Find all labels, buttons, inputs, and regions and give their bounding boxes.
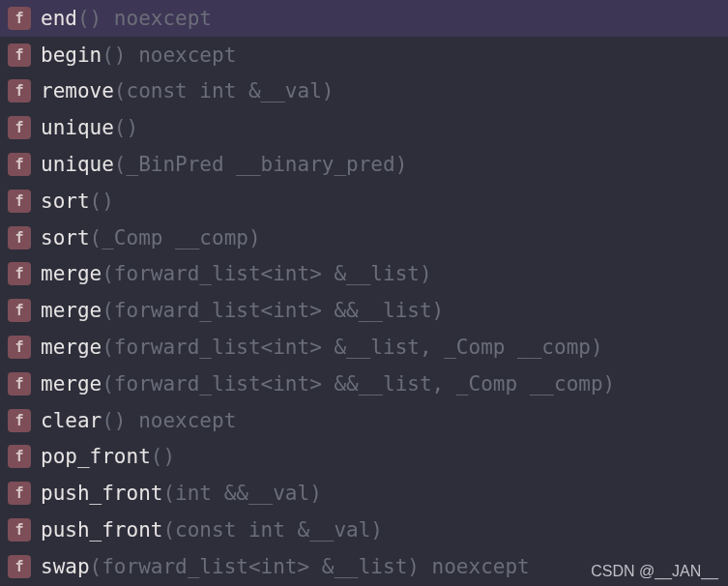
- function-icon: f: [8, 44, 31, 67]
- method-signature: () noexcept: [102, 409, 236, 432]
- completion-list: fend() noexceptfbegin() noexceptfremove(…: [0, 0, 728, 585]
- watermark-text: CSDN @__JAN__: [591, 563, 718, 580]
- function-icon: f: [8, 79, 31, 103]
- completion-item[interactable]: funique(_BinPred __binary_pred): [0, 146, 728, 183]
- method-signature: (forward_list<int> &__list, _Comp __comp…: [102, 336, 602, 359]
- completion-item[interactable]: fmerge(forward_list<int> &__list, _Comp …: [0, 329, 728, 366]
- icon-letter: f: [15, 82, 23, 100]
- method-name: merge: [41, 372, 102, 396]
- method-signature: (forward_list<int> &__list) noexcept: [90, 555, 530, 578]
- method-signature: (forward_list<int> &__list): [102, 262, 431, 285]
- method-signature: (forward_list<int> &&__list, _Comp __com…: [102, 372, 615, 396]
- icon-letter: f: [15, 156, 23, 173]
- method-name: merge: [41, 336, 102, 359]
- method-signature: () noexcept: [77, 7, 212, 30]
- function-icon: f: [8, 7, 31, 30]
- method-name: end: [41, 7, 77, 30]
- icon-letter: f: [15, 484, 23, 502]
- method-signature: (_BinPred __binary_pred): [114, 153, 407, 176]
- method-signature: (const int &__val): [162, 518, 383, 542]
- method-name: unique: [41, 116, 114, 139]
- method-name: unique: [41, 153, 114, 176]
- icon-letter: f: [15, 558, 23, 575]
- method-name: merge: [41, 262, 102, 285]
- method-signature: (forward_list<int> &&__list): [102, 299, 444, 322]
- icon-letter: f: [15, 375, 23, 393]
- icon-letter: f: [15, 302, 23, 319]
- method-name: swap: [41, 555, 90, 578]
- method-name: clear: [41, 409, 102, 432]
- method-signature: (): [151, 445, 175, 468]
- function-icon: f: [8, 116, 31, 139]
- method-signature: (_Comp __comp): [90, 226, 261, 249]
- function-icon: f: [8, 226, 31, 249]
- method-name: sort: [41, 190, 90, 213]
- icon-letter: f: [15, 521, 23, 539]
- completion-item[interactable]: funique(): [0, 109, 728, 146]
- completion-item[interactable]: fsort(): [0, 183, 728, 220]
- method-name: pop_front: [41, 445, 151, 468]
- function-icon: f: [8, 190, 31, 213]
- icon-letter: f: [15, 448, 23, 465]
- completion-item[interactable]: fmerge(forward_list<int> &&__list): [0, 292, 728, 329]
- method-signature: () noexcept: [102, 44, 236, 67]
- function-icon: f: [8, 336, 31, 359]
- method-name: begin: [41, 44, 102, 67]
- function-icon: f: [8, 555, 31, 578]
- method-name: merge: [41, 299, 102, 322]
- icon-letter: f: [15, 229, 23, 247]
- completion-item[interactable]: fend() noexcept: [0, 0, 728, 37]
- method-name: push_front: [41, 518, 162, 542]
- completion-item[interactable]: fbegin() noexcept: [0, 37, 728, 73]
- completion-item[interactable]: fpush_front(const int &__val): [0, 512, 728, 548]
- completion-item[interactable]: fmerge(forward_list<int> &__list): [0, 256, 728, 293]
- method-name: push_front: [41, 482, 162, 505]
- function-icon: f: [8, 153, 31, 176]
- completion-item[interactable]: fremove(const int &__val): [0, 73, 728, 110]
- function-icon: f: [8, 445, 31, 468]
- function-icon: f: [8, 409, 31, 432]
- completion-item[interactable]: fpush_front(int &&__val): [0, 475, 728, 512]
- completion-item[interactable]: fsort(_Comp __comp): [0, 220, 728, 256]
- method-signature: (): [90, 190, 114, 213]
- function-icon: f: [8, 299, 31, 322]
- method-signature: (): [114, 116, 138, 139]
- function-icon: f: [8, 518, 31, 542]
- icon-letter: f: [15, 119, 23, 136]
- function-icon: f: [8, 372, 31, 396]
- icon-letter: f: [15, 265, 23, 282]
- icon-letter: f: [15, 412, 23, 429]
- icon-letter: f: [15, 338, 23, 356]
- method-name: remove: [41, 79, 114, 103]
- function-icon: f: [8, 262, 31, 285]
- method-signature: (const int &__val): [114, 79, 335, 103]
- method-name: sort: [41, 226, 90, 249]
- icon-letter: f: [15, 46, 23, 64]
- icon-letter: f: [15, 192, 23, 210]
- method-signature: (int &&__val): [162, 482, 321, 505]
- function-icon: f: [8, 482, 31, 505]
- icon-letter: f: [15, 10, 23, 27]
- completion-item[interactable]: fpop_front(): [0, 439, 728, 476]
- completion-item[interactable]: fclear() noexcept: [0, 402, 728, 439]
- completion-item[interactable]: fmerge(forward_list<int> &&__list, _Comp…: [0, 366, 728, 402]
